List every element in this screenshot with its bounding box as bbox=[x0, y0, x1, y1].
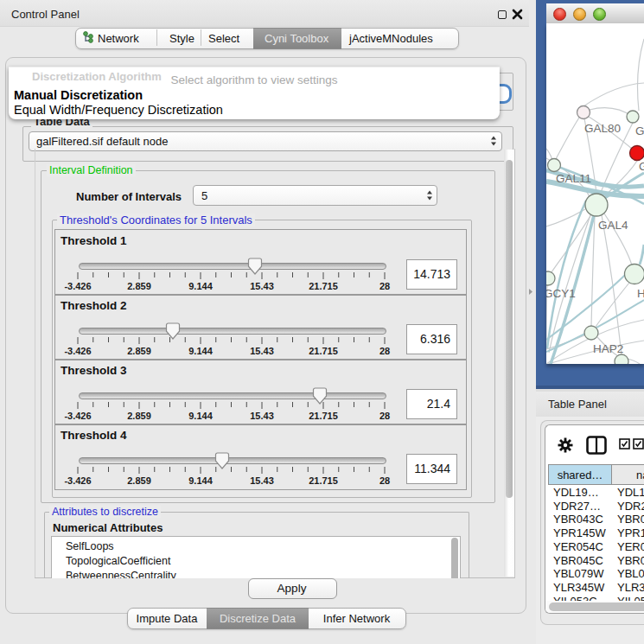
svg-text:9.144: 9.144 bbox=[188, 475, 213, 486]
svg-text:2.859: 2.859 bbox=[127, 411, 151, 421]
svg-text:GAL7: GAL7 bbox=[635, 124, 644, 137]
svg-text:28: 28 bbox=[379, 411, 390, 421]
svg-text:2.859: 2.859 bbox=[127, 281, 151, 291]
svg-text:15.43: 15.43 bbox=[250, 281, 274, 291]
svg-text:2.859: 2.859 bbox=[127, 346, 151, 356]
svg-text:HAP2: HAP2 bbox=[593, 342, 623, 355]
svg-text:21.715: 21.715 bbox=[309, 281, 338, 291]
svg-text:15.43: 15.43 bbox=[250, 475, 274, 486]
svg-text:-3.426: -3.426 bbox=[64, 281, 91, 291]
svg-text:9.144: 9.144 bbox=[188, 346, 213, 356]
svg-text:GAL4: GAL4 bbox=[598, 219, 628, 232]
svg-text:21.715: 21.715 bbox=[309, 475, 338, 486]
svg-text:15.43: 15.43 bbox=[250, 346, 274, 356]
svg-text:9.144: 9.144 bbox=[188, 411, 213, 421]
svg-text:9.144: 9.144 bbox=[188, 281, 213, 291]
svg-text:GCY1: GCY1 bbox=[546, 287, 576, 300]
svg-text:28: 28 bbox=[379, 346, 390, 356]
svg-text:GAL1: GAL1 bbox=[639, 160, 644, 173]
svg-text:GAL80: GAL80 bbox=[584, 122, 621, 135]
svg-text:21.715: 21.715 bbox=[309, 411, 338, 421]
svg-text:GAL11: GAL11 bbox=[556, 172, 591, 185]
svg-text:21.715: 21.715 bbox=[309, 346, 338, 356]
svg-text:28: 28 bbox=[379, 281, 390, 291]
svg-text:-3.426: -3.426 bbox=[64, 411, 91, 421]
svg-text:28: 28 bbox=[379, 475, 390, 486]
svg-text:2.859: 2.859 bbox=[127, 475, 151, 486]
svg-text:HIS7: HIS7 bbox=[637, 287, 644, 300]
svg-text:15.43: 15.43 bbox=[250, 411, 274, 421]
svg-text:-3.426: -3.426 bbox=[64, 346, 91, 356]
svg-text:-3.426: -3.426 bbox=[64, 475, 91, 486]
